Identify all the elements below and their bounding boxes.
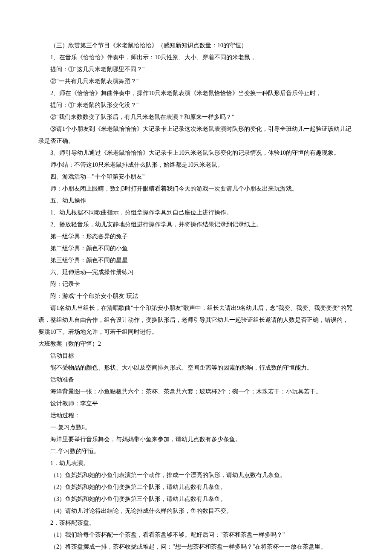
text-line: 活动目标 [38, 350, 354, 362]
text-line: 第一组学具：形态各异的兔子 [38, 231, 354, 243]
text-line: 提问：①"这几只米老鼠哪里不同？" [38, 64, 354, 75]
text-line: 大班教案（数的守恒）2 [38, 338, 354, 350]
header-rule [38, 30, 354, 30]
text-line: ②"一共有几只米老鼠表演舞蹈？" [38, 75, 354, 87]
text-line: 一.复习点数6。 [38, 422, 354, 434]
text-line: （2）将茶盘摆成一排，茶杯收拢或堆起，问："想一想茶杯和茶盘一样多吗？"在将茶杯… [38, 541, 354, 553]
text-line: （三）欣赏第三个节目《米老鼠恰恰恰》（感知新知识点数量：10的守恒） [38, 40, 354, 52]
text-line: （3）鱼妈妈和她的小鱼们变换第三个队形，请幼儿点数有几条鱼。 [38, 493, 354, 505]
text-line: 师小结：不管这10只米老鼠排成什么队形，始终都是10只米老鼠。 [38, 159, 354, 171]
text-line: 第三组学具：颜色不同的星星 [38, 254, 354, 266]
text-line: 海洋里要举行音乐舞会，与妈妈带小鱼来参加，请幼儿点数有多少条鱼。 [38, 434, 354, 445]
text-line: 五、幼儿操作 [38, 195, 354, 207]
text-line: 1．幼儿表演。 [38, 457, 354, 469]
text-line: 请1名幼儿当组长，在清唱歌曲"十个印第安小朋友"歌声中，组长去请出9名幼儿后，念… [38, 302, 354, 338]
text-line: （1）我们给每个茶杯配一个茶盘，看看茶盘够不够。配好后问："茶杯和茶盘一样多吗？… [38, 529, 354, 541]
text-line: 师：小朋友闭上眼睛，数到3时打开眼睛看着我们今天的游戏一次要请几个小朋友出来玩游… [38, 183, 354, 195]
text-line: 第二组学具：颜色不同的小鱼 [38, 243, 354, 254]
text-line: 2．茶杯配茶盘。 [38, 517, 354, 529]
text-line: 活动过程： [38, 410, 354, 422]
document-page: （三）欣赏第三个节目《米老鼠恰恰恰》（感知新知识点数量：10的守恒）1、在音乐《… [0, 0, 392, 555]
text-line: 2、师在《恰恰恰》舞曲伴奏中，操作10只米老鼠表演《米老鼠恰恰恰》当变换一种队形… [38, 87, 354, 99]
text-line: （2）鱼妈妈和她的小鱼们变换第二个队形，请幼儿点数有几条鱼。 [38, 481, 354, 493]
text-line: （3）在将茶杯放开，茶盘叠在一起，再提问。 [38, 553, 354, 555]
document-body: （三）欣赏第三个节目《米老鼠恰恰恰》（感知新知识点数量：10的守恒）1、在音乐《… [38, 40, 354, 555]
text-line: （1）鱼妈妈和她的小鱼们表演第一个动作，排成一个漂亮的队形，请幼儿点数有几条鱼。 [38, 469, 354, 481]
text-line: 提问：①"米老鼠的队形变化没？" [38, 99, 354, 111]
text-line: 设计教师：李立平 [38, 398, 354, 410]
text-line: 二.学习数的守恒。 [38, 445, 354, 457]
text-line: 附：游戏"十个印第安小朋友"玩法 [38, 290, 354, 302]
text-line: （4）请幼儿讨论得出结论，无论排成什么样的队形，鱼的数目不变。 [38, 505, 354, 517]
text-line: 四、游戏活动—"十个印第安小朋友" [38, 171, 354, 183]
text-line: 附：记录卡 [38, 278, 354, 290]
text-line: 能不受物品的颜色、形状、大小以及空间排列形式、空间距离等的因素的影响，行成数的守… [38, 362, 354, 374]
text-line: ③请1个小朋友到《米老鼠恰恰恰》大记录卡上记录这次米老鼠表演时队形的变化，引导全… [38, 123, 354, 147]
text-line: 六、延伸活动—完成操作册练习 [38, 266, 354, 278]
text-line: ②"我们来数数变了队形后，有几只米老鼠在表演？和原来一样多吗？" [38, 111, 354, 123]
text-line: 2、播放轻音乐，幼儿安静地分组进行操作学具，并将操作结果记录到记录纸上。 [38, 219, 354, 231]
text-line: 1、在音乐《恰恰恰》伴奏中，师出示：10只性别、大小、穿着不同的米老鼠， [38, 52, 354, 64]
text-line: 3、师引导幼儿通过《米老鼠恰恰恰》大记录卡上10只米老鼠队形变化的记录情况，体验… [38, 147, 354, 159]
text-line: 活动准备 [38, 374, 354, 386]
text-line: 1、幼儿根据不同歌曲指示，分组拿操作学具到自己座位上进行操作。 [38, 207, 354, 219]
text-line: 海洋背景图一张；小鱼贴板共六个；茶杯、茶盘共六套；玻璃杯2个；碗一个；木珠若干；… [38, 386, 354, 398]
